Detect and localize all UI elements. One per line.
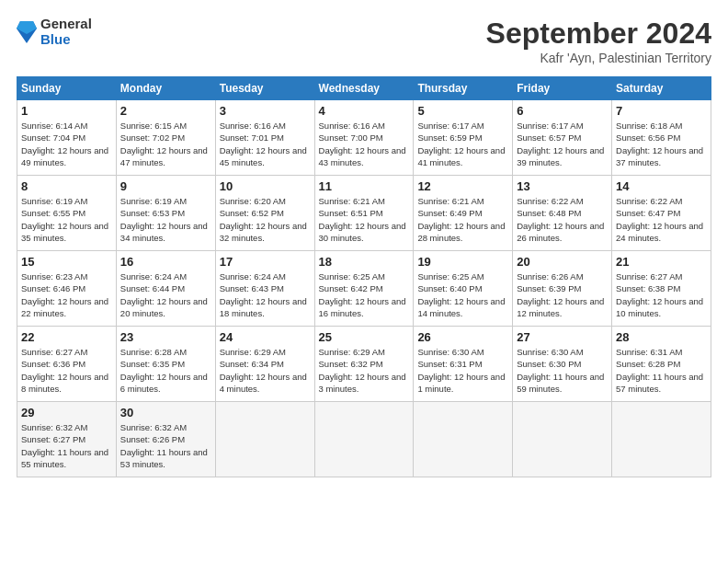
- calendar-cell: 26Sunrise: 6:30 AMSunset: 6:31 PMDayligh…: [414, 327, 513, 402]
- day-number: 17: [220, 255, 311, 269]
- title-block: September 2024 Kafr 'Ayn, Palestinian Te…: [486, 17, 711, 65]
- day-info: Sunrise: 6:22 AMSunset: 6:48 PMDaylight:…: [517, 195, 608, 244]
- calendar-cell: 14Sunrise: 6:22 AMSunset: 6:47 PMDayligh…: [612, 176, 711, 251]
- weekday-header: Saturday: [612, 77, 711, 100]
- day-number: 29: [21, 406, 112, 419]
- day-info: Sunrise: 6:26 AMSunset: 6:39 PMDaylight:…: [517, 270, 608, 319]
- calendar-cell: 10Sunrise: 6:20 AMSunset: 6:52 PMDayligh…: [215, 176, 314, 251]
- day-info: Sunrise: 6:29 AMSunset: 6:34 PMDaylight:…: [220, 346, 311, 395]
- weekday-header: Sunday: [17, 77, 117, 100]
- calendar-cell: 4Sunrise: 6:16 AMSunset: 7:00 PMDaylight…: [314, 100, 414, 176]
- day-number: 9: [120, 179, 211, 193]
- calendar-cell: 23Sunrise: 6:28 AMSunset: 6:35 PMDayligh…: [116, 327, 215, 402]
- day-number: 11: [319, 179, 410, 193]
- calendar-week-row: 22Sunrise: 6:27 AMSunset: 6:36 PMDayligh…: [17, 327, 711, 402]
- day-number: 15: [21, 255, 112, 269]
- day-info: Sunrise: 6:19 AMSunset: 6:55 PMDaylight:…: [21, 195, 112, 244]
- day-info: Sunrise: 6:18 AMSunset: 6:56 PMDaylight:…: [616, 120, 707, 168]
- day-number: 2: [120, 104, 211, 118]
- calendar-cell: 16Sunrise: 6:24 AMSunset: 6:44 PMDayligh…: [116, 251, 215, 327]
- calendar-cell: 9Sunrise: 6:19 AMSunset: 6:53 PMDaylight…: [116, 176, 215, 251]
- location: Kafr 'Ayn, Palestinian Territory: [486, 51, 711, 65]
- calendar-cell: 25Sunrise: 6:29 AMSunset: 6:32 PMDayligh…: [314, 327, 414, 402]
- day-info: Sunrise: 6:21 AMSunset: 6:49 PMDaylight:…: [417, 195, 508, 244]
- day-number: 4: [319, 104, 410, 118]
- logo-text: General Blue: [40, 17, 92, 47]
- calendar-cell: 3Sunrise: 6:16 AMSunset: 7:01 PMDaylight…: [215, 100, 314, 176]
- day-info: Sunrise: 6:30 AMSunset: 6:31 PMDaylight:…: [417, 346, 508, 395]
- weekday-header: Thursday: [414, 77, 513, 100]
- day-info: Sunrise: 6:17 AMSunset: 6:57 PMDaylight:…: [517, 120, 608, 168]
- weekday-header: Tuesday: [215, 77, 314, 100]
- logo-general: General: [40, 17, 92, 32]
- day-info: Sunrise: 6:30 AMSunset: 6:30 PMDaylight:…: [517, 346, 608, 395]
- day-number: 23: [120, 330, 211, 344]
- calendar-cell: 28Sunrise: 6:31 AMSunset: 6:28 PMDayligh…: [612, 327, 711, 402]
- calendar-cell: [513, 402, 612, 477]
- calendar-cell: [314, 402, 414, 477]
- weekday-header: Wednesday: [314, 77, 414, 100]
- day-number: 25: [319, 330, 410, 344]
- calendar-cell: 8Sunrise: 6:19 AMSunset: 6:55 PMDaylight…: [17, 176, 117, 251]
- calendar-cell: 24Sunrise: 6:29 AMSunset: 6:34 PMDayligh…: [215, 327, 314, 402]
- day-info: Sunrise: 6:27 AMSunset: 6:38 PMDaylight:…: [616, 270, 707, 319]
- calendar-week-row: 29Sunrise: 6:32 AMSunset: 6:27 PMDayligh…: [17, 402, 711, 477]
- calendar-cell: 18Sunrise: 6:25 AMSunset: 6:42 PMDayligh…: [314, 251, 414, 327]
- day-info: Sunrise: 6:15 AMSunset: 7:02 PMDaylight:…: [120, 120, 211, 168]
- logo-blue: Blue: [40, 32, 92, 48]
- month-title: September 2024: [486, 17, 711, 51]
- page-header: General Blue September 2024 Kafr 'Ayn, P…: [17, 17, 711, 65]
- day-info: Sunrise: 6:19 AMSunset: 6:53 PMDaylight:…: [120, 195, 211, 244]
- day-number: 24: [220, 330, 311, 344]
- day-number: 21: [616, 255, 707, 269]
- logo: General Blue: [17, 17, 92, 47]
- day-info: Sunrise: 6:24 AMSunset: 6:43 PMDaylight:…: [220, 270, 311, 319]
- day-info: Sunrise: 6:32 AMSunset: 6:26 PMDaylight:…: [120, 421, 211, 470]
- calendar-week-row: 1Sunrise: 6:14 AMSunset: 7:04 PMDaylight…: [17, 100, 711, 176]
- calendar-cell: 12Sunrise: 6:21 AMSunset: 6:49 PMDayligh…: [414, 176, 513, 251]
- page-container: General Blue September 2024 Kafr 'Ayn, P…: [0, 0, 728, 487]
- calendar-cell: 22Sunrise: 6:27 AMSunset: 6:36 PMDayligh…: [17, 327, 117, 402]
- calendar-cell: [414, 402, 513, 477]
- calendar-week-row: 8Sunrise: 6:19 AMSunset: 6:55 PMDaylight…: [17, 176, 711, 251]
- calendar-cell: 1Sunrise: 6:14 AMSunset: 7:04 PMDaylight…: [17, 100, 117, 176]
- calendar-cell: 19Sunrise: 6:25 AMSunset: 6:40 PMDayligh…: [414, 251, 513, 327]
- day-info: Sunrise: 6:22 AMSunset: 6:47 PMDaylight:…: [616, 195, 707, 244]
- day-number: 3: [220, 104, 311, 118]
- day-info: Sunrise: 6:25 AMSunset: 6:42 PMDaylight:…: [319, 270, 410, 319]
- day-number: 5: [417, 104, 508, 118]
- calendar-cell: [612, 402, 711, 477]
- day-info: Sunrise: 6:20 AMSunset: 6:52 PMDaylight:…: [220, 195, 311, 244]
- calendar-cell: 13Sunrise: 6:22 AMSunset: 6:48 PMDayligh…: [513, 176, 612, 251]
- day-info: Sunrise: 6:16 AMSunset: 7:01 PMDaylight:…: [220, 120, 311, 168]
- calendar-cell: 29Sunrise: 6:32 AMSunset: 6:27 PMDayligh…: [17, 402, 117, 477]
- day-number: 6: [517, 104, 608, 118]
- day-info: Sunrise: 6:28 AMSunset: 6:35 PMDaylight:…: [120, 346, 211, 395]
- calendar-cell: 2Sunrise: 6:15 AMSunset: 7:02 PMDaylight…: [116, 100, 215, 176]
- day-number: 14: [616, 179, 707, 193]
- day-info: Sunrise: 6:27 AMSunset: 6:36 PMDaylight:…: [21, 346, 112, 395]
- calendar-cell: 15Sunrise: 6:23 AMSunset: 6:46 PMDayligh…: [17, 251, 117, 327]
- day-number: 16: [120, 255, 211, 269]
- day-number: 8: [21, 179, 112, 193]
- calendar-cell: 6Sunrise: 6:17 AMSunset: 6:57 PMDaylight…: [513, 100, 612, 176]
- calendar-table: SundayMondayTuesdayWednesdayThursdayFrid…: [17, 76, 711, 477]
- calendar-cell: 7Sunrise: 6:18 AMSunset: 6:56 PMDaylight…: [612, 100, 711, 176]
- day-number: 13: [517, 179, 608, 193]
- day-info: Sunrise: 6:17 AMSunset: 6:59 PMDaylight:…: [417, 120, 508, 168]
- day-info: Sunrise: 6:32 AMSunset: 6:27 PMDaylight:…: [21, 421, 112, 470]
- calendar-cell: 5Sunrise: 6:17 AMSunset: 6:59 PMDaylight…: [414, 100, 513, 176]
- calendar-cell: 30Sunrise: 6:32 AMSunset: 6:26 PMDayligh…: [116, 402, 215, 477]
- weekday-header-row: SundayMondayTuesdayWednesdayThursdayFrid…: [17, 77, 711, 100]
- day-number: 26: [417, 330, 508, 344]
- weekday-header: Friday: [513, 77, 612, 100]
- day-number: 28: [616, 330, 707, 344]
- calendar-cell: [215, 402, 314, 477]
- calendar-cell: 27Sunrise: 6:30 AMSunset: 6:30 PMDayligh…: [513, 327, 612, 402]
- day-number: 7: [616, 104, 707, 118]
- logo-icon: [17, 19, 37, 45]
- day-info: Sunrise: 6:24 AMSunset: 6:44 PMDaylight:…: [120, 270, 211, 319]
- calendar-cell: 20Sunrise: 6:26 AMSunset: 6:39 PMDayligh…: [513, 251, 612, 327]
- day-number: 30: [120, 406, 211, 419]
- day-info: Sunrise: 6:29 AMSunset: 6:32 PMDaylight:…: [319, 346, 410, 395]
